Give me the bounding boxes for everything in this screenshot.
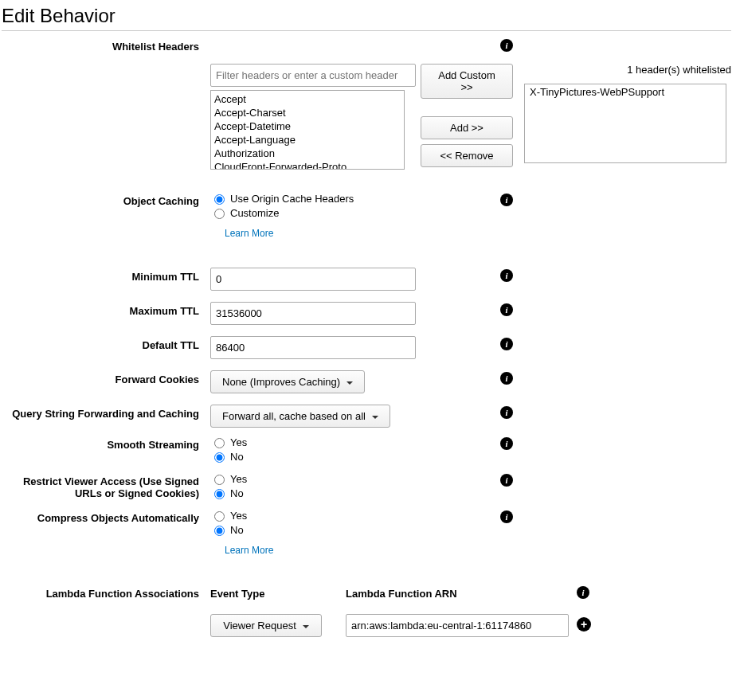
radio-restrict-no[interactable] xyxy=(214,489,225,499)
info-icon[interactable]: i xyxy=(500,194,513,206)
radio-label: Use Origin Cache Headers xyxy=(230,193,354,205)
label-min-ttl: Minimum TTL xyxy=(2,268,210,291)
whitelist-counter: 1 header(s) whitelisted xyxy=(524,64,731,76)
event-type-dropdown[interactable]: Viewer Request xyxy=(210,614,322,637)
max-ttl-input[interactable] xyxy=(210,302,416,325)
radio-label: No xyxy=(230,487,244,499)
info-icon[interactable]: i xyxy=(500,303,513,316)
radio-customize[interactable] xyxy=(214,209,225,219)
label-forward-cookies: Forward Cookies xyxy=(2,370,210,393)
radio-restrict-yes[interactable] xyxy=(214,475,225,485)
radio-label: Customize xyxy=(230,207,279,219)
querystring-dropdown[interactable]: Forward all, cache based on all xyxy=(210,405,390,428)
radio-smooth-yes[interactable] xyxy=(214,438,225,448)
add-button[interactable]: Add >> xyxy=(421,116,513,139)
list-item[interactable]: CloudFront-Forwarded-Proto xyxy=(214,160,401,170)
radio-compress-yes[interactable] xyxy=(214,511,225,522)
default-ttl-input[interactable] xyxy=(210,336,416,359)
radio-use-origin[interactable] xyxy=(214,194,225,205)
info-icon[interactable]: i xyxy=(500,39,513,52)
info-icon[interactable]: i xyxy=(500,269,513,282)
list-item[interactable]: Authorization xyxy=(214,147,401,160)
page-title: Edit Behavior xyxy=(2,5,731,31)
info-icon[interactable]: i xyxy=(500,406,513,419)
radio-compress-no[interactable] xyxy=(214,526,225,536)
learn-more-link[interactable]: Learn More xyxy=(225,228,273,239)
list-item[interactable]: X-TinyPictures-WebPSupport xyxy=(530,86,721,98)
list-item[interactable]: Accept-Language xyxy=(214,133,401,147)
info-icon[interactable]: i xyxy=(577,586,589,599)
lambda-arn-input[interactable] xyxy=(346,614,569,637)
radio-label: Yes xyxy=(230,510,247,522)
info-icon[interactable]: i xyxy=(500,510,513,523)
available-headers-list[interactable]: Accept Accept-Charset Accept-Datetime Ac… xyxy=(210,90,405,170)
filter-headers-input[interactable] xyxy=(210,64,416,87)
col-header-event-type: Event Type xyxy=(210,585,346,600)
label-smooth-streaming: Smooth Streaming xyxy=(2,436,210,464)
forward-cookies-dropdown[interactable]: None (Improves Caching) xyxy=(210,370,365,393)
label-max-ttl: Maximum TTL xyxy=(2,302,210,325)
whitelisted-headers-list[interactable]: X-TinyPictures-WebPSupport xyxy=(524,84,726,163)
info-icon[interactable]: i xyxy=(500,474,513,487)
radio-label: Yes xyxy=(230,436,247,448)
info-icon[interactable]: i xyxy=(500,372,513,385)
remove-button[interactable]: << Remove xyxy=(421,144,513,167)
plus-icon[interactable]: + xyxy=(577,617,591,632)
info-icon[interactable]: i xyxy=(500,338,513,350)
label-querystring: Query String Forwarding and Caching xyxy=(2,405,210,428)
col-header-lambda-arn: Lambda Function ARN xyxy=(346,585,577,600)
radio-smooth-no[interactable] xyxy=(214,452,225,463)
label-whitelist-headers: Whitelist Headers xyxy=(2,37,210,53)
label-default-ttl: Default TTL xyxy=(2,336,210,359)
learn-more-link[interactable]: Learn More xyxy=(225,545,273,556)
list-item[interactable]: Accept-Datetime xyxy=(214,119,401,133)
label-object-caching: Object Caching xyxy=(2,192,210,239)
list-item[interactable]: Accept xyxy=(214,92,401,106)
add-custom-button[interactable]: Add Custom >> xyxy=(421,64,513,99)
radio-label: No xyxy=(230,524,244,536)
info-icon[interactable]: i xyxy=(500,437,513,450)
label-compress: Compress Objects Automatically xyxy=(2,509,210,556)
radio-label: Yes xyxy=(230,473,247,485)
radio-label: No xyxy=(230,451,244,463)
list-item[interactable]: Accept-Charset xyxy=(214,106,401,119)
label-restrict-viewer: Restrict Viewer Access (Use Signed URLs … xyxy=(2,472,210,501)
min-ttl-input[interactable] xyxy=(210,268,416,291)
label-lambda: Lambda Function Associations xyxy=(2,585,210,600)
